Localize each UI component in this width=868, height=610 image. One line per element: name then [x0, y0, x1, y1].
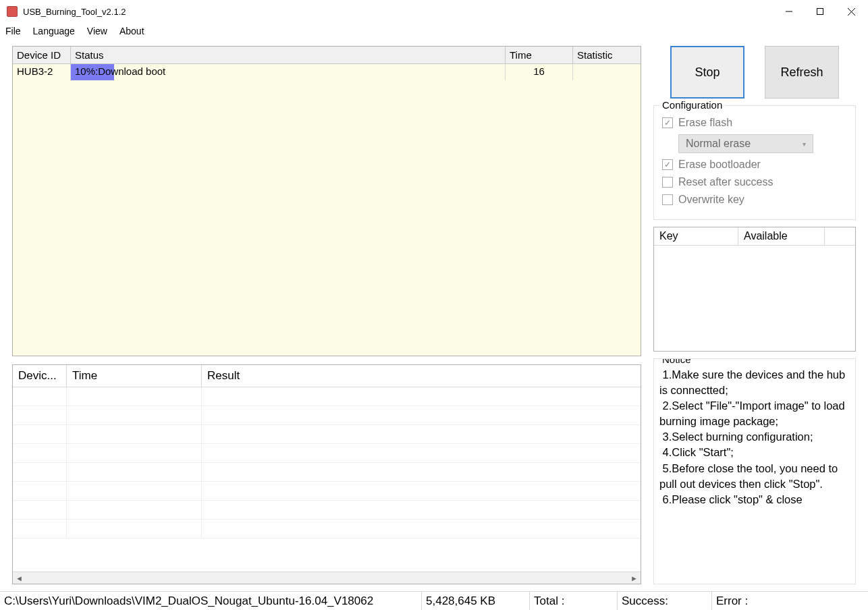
result-row: [13, 444, 641, 463]
overwrite-key-label: Overwrite key: [678, 194, 744, 206]
col-result-time[interactable]: Time: [67, 365, 202, 387]
configuration-group: Configuration Erase flash Normal erase ▾…: [653, 105, 856, 220]
reset-after-success-checkbox[interactable]: [662, 177, 673, 188]
scroll-right-icon[interactable]: ►: [630, 574, 638, 582]
col-status[interactable]: Status: [71, 47, 506, 64]
col-result-result[interactable]: Result: [202, 365, 641, 387]
stop-button[interactable]: Stop: [670, 46, 744, 99]
result-row: [13, 520, 641, 538]
minimize-button[interactable]: [774, 1, 805, 22]
configuration-title: Configuration: [659, 99, 725, 111]
result-row: [13, 425, 641, 444]
progress-text: 10%:Download boot: [71, 64, 169, 78]
svg-rect-1: [817, 9, 823, 15]
col-time[interactable]: Time: [506, 47, 573, 64]
result-row: [13, 501, 641, 520]
result-row: [13, 406, 641, 425]
notice-title: Notice: [659, 358, 694, 366]
menu-about[interactable]: About: [119, 26, 144, 36]
menu-view[interactable]: View: [87, 26, 107, 36]
result-row: [13, 482, 641, 501]
scroll-left-icon[interactable]: ◄: [16, 574, 23, 582]
close-button[interactable]: [836, 1, 867, 22]
devices-table: Device ID Status Time Statistic HUB3-2 1…: [12, 46, 641, 356]
erase-flash-checkbox[interactable]: [662, 117, 673, 128]
erase-mode-value: Normal erase: [686, 138, 751, 150]
col-device-id[interactable]: Device ID: [13, 47, 71, 64]
device-stat-cell: [573, 64, 641, 80]
results-table: Devic... Time Result ◄ ►: [12, 364, 641, 584]
notice-panel: Notice 1.Make sure the devices and the h…: [653, 358, 856, 584]
status-path: C:\Users\Yuri\Downloads\VIM2_DualOS_Noug…: [0, 592, 422, 610]
erase-bootloader-label: Erase bootloader: [678, 159, 761, 171]
key-table: Key Available: [653, 227, 856, 352]
erase-flash-label: Erase flash: [678, 117, 732, 129]
maximize-button[interactable]: [805, 1, 836, 22]
window-title: USB_Burning_Tool_v2.1.2: [23, 7, 774, 17]
title-bar: USB_Burning_Tool_v2.1.2: [0, 0, 868, 23]
app-icon: [7, 6, 18, 17]
status-success: Success:: [618, 592, 712, 610]
reset-after-success-label: Reset after success: [678, 176, 774, 188]
device-status-cell: 10%:Download boot: [71, 64, 506, 80]
menu-file[interactable]: File: [5, 26, 21, 36]
refresh-button[interactable]: Refresh: [765, 46, 839, 99]
result-row: [13, 387, 641, 406]
col-key[interactable]: Key: [654, 227, 738, 245]
h-scrollbar[interactable]: ◄ ►: [13, 572, 641, 584]
device-id-cell: HUB3-2: [13, 64, 71, 80]
col-extra[interactable]: [825, 227, 855, 245]
menu-bar: File Language View About: [0, 23, 868, 39]
status-bar: C:\Users\Yuri\Downloads\VIM2_DualOS_Noug…: [0, 591, 868, 610]
col-available[interactable]: Available: [738, 227, 825, 245]
chevron-down-icon: ▾: [803, 140, 806, 148]
notice-text: 1.Make sure the devices and the hub is c…: [659, 367, 850, 507]
status-size: 5,428,645 KB: [422, 592, 530, 610]
erase-mode-combo[interactable]: Normal erase ▾: [678, 134, 813, 153]
col-result-device[interactable]: Devic...: [13, 365, 67, 387]
result-row: [13, 463, 641, 482]
erase-bootloader-checkbox[interactable]: [662, 159, 673, 170]
device-row[interactable]: HUB3-2 10%:Download boot 16: [13, 64, 641, 80]
menu-language[interactable]: Language: [33, 26, 75, 36]
status-total: Total :: [530, 592, 618, 610]
col-statistic[interactable]: Statistic: [573, 47, 641, 64]
overwrite-key-checkbox[interactable]: [662, 194, 673, 205]
device-time-cell: 16: [506, 64, 573, 80]
status-error: Error :: [712, 592, 868, 610]
